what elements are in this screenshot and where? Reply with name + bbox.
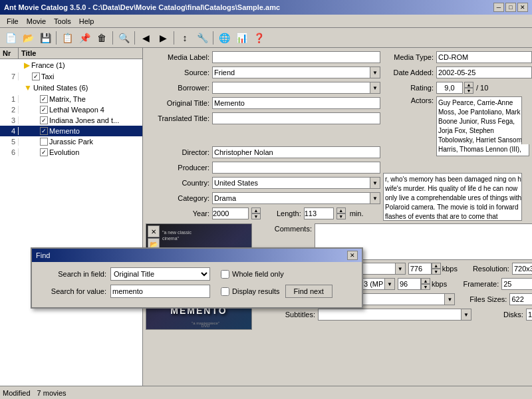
disks-label: Disks: (477, 311, 523, 319)
list-item[interactable]: ▼ United States (6) (0, 82, 142, 94)
framerate-input[interactable] (501, 278, 532, 290)
year-down[interactable]: ▼ (251, 213, 261, 219)
disks-input[interactable] (526, 309, 532, 321)
new-button[interactable]: 📄 (3, 30, 19, 46)
source-dropdown[interactable]: ▼ (370, 66, 380, 78)
length-input[interactable] (304, 207, 334, 219)
window-title: Ant Movie Catalog 3.5.0 - C:\Data\Dev\Mo… (4, 3, 280, 11)
paste-button[interactable]: 📌 (76, 30, 92, 46)
list-item[interactable]: ▶ France (1) (0, 59, 142, 71)
list-item[interactable]: 1 ✓ Matrix, The (0, 94, 142, 104)
menu-help[interactable]: Help (75, 16, 98, 27)
checkbox-icon: ✓ (32, 72, 40, 80)
resolution-input[interactable] (512, 263, 532, 275)
whole-field-label: Whole field only (232, 270, 284, 278)
audio-kbps-input[interactable] (398, 278, 421, 290)
translated-title-label: Translated Title: (146, 114, 212, 122)
find-body: Search in field: Original Title Title Di… (32, 262, 362, 307)
actors-scrollbar[interactable] (521, 96, 529, 144)
find-close-btn[interactable]: ✕ (347, 251, 358, 260)
minimize-button[interactable]: ─ (493, 3, 504, 12)
audio-format-dropdown[interactable]: ▼ (384, 278, 395, 290)
menu-file[interactable]: File (3, 16, 23, 27)
rating-up[interactable]: ▲ (464, 82, 473, 88)
date-added-input[interactable] (436, 66, 531, 78)
audio-kbps-label: kbps (432, 280, 447, 288)
menu-movie[interactable]: Movie (23, 16, 50, 27)
borrower-dropdown[interactable]: ▼ (370, 82, 380, 94)
list-item[interactable]: 6 ✓ Evolution (0, 147, 142, 158)
original-title-input[interactable] (212, 97, 380, 109)
category-input[interactable] (212, 192, 370, 204)
menu-tools[interactable]: Tools (50, 16, 75, 27)
description-box: r, who's memory has been damaged ning on… (383, 173, 529, 221)
img-clear-btn[interactable]: ✕ (148, 225, 160, 237)
original-title-row: Original Title: (146, 96, 380, 110)
window-controls: ─ □ ✕ (493, 3, 528, 12)
open-button[interactable]: 📂 (20, 30, 36, 46)
video-format-dropdown[interactable]: ▼ (395, 263, 406, 275)
borrower-input[interactable] (212, 82, 370, 94)
list-item[interactable]: 2 ✓ Lethal Weapon 4 (0, 104, 142, 115)
sort-button[interactable]: ↕ (177, 30, 193, 46)
find-field-label: Search in field: (37, 270, 110, 278)
list-item[interactable]: 4 ✓ Memento (0, 126, 142, 136)
audio-kbps-up[interactable]: ▲ (421, 278, 430, 284)
subtitles-dropdown[interactable]: ▼ (461, 309, 471, 321)
find-next-button[interactable]: Find next (285, 285, 332, 298)
list-item[interactable]: 3 ✓ Indiana Jones and t... (0, 115, 142, 126)
whole-field-checkbox[interactable] (221, 270, 229, 279)
tree-item-label: Evolution (49, 148, 79, 156)
display-results-checkbox[interactable] (221, 287, 229, 296)
kbps-down[interactable]: ▼ (432, 269, 441, 275)
list-item[interactable]: 7 ✓ Taxi (0, 71, 142, 82)
rating-down[interactable]: ▼ (464, 88, 473, 94)
length-down[interactable]: ▼ (336, 213, 346, 219)
year-up[interactable]: ▲ (251, 207, 261, 213)
year-input[interactable] (212, 207, 249, 219)
length-up[interactable]: ▲ (336, 207, 346, 213)
find-button[interactable]: 🔍 (116, 30, 132, 46)
country-row: Country: ▼ (146, 176, 380, 190)
borrower-row: Borrower: ▼ (146, 81, 380, 94)
rating-input[interactable] (436, 82, 463, 94)
close-button[interactable]: ✕ (517, 3, 528, 12)
help-button[interactable]: ❓ (251, 30, 267, 46)
video-kbps-input[interactable] (408, 263, 432, 275)
country-input[interactable] (212, 177, 370, 189)
delete-button[interactable]: 🗑 (94, 30, 110, 46)
find-value-input[interactable] (110, 285, 210, 298)
producer-input[interactable] (212, 162, 380, 174)
subtitles-input[interactable] (318, 309, 461, 321)
save-button[interactable]: 💾 (37, 30, 53, 46)
director-input[interactable] (212, 146, 380, 158)
web-button[interactable]: 🌐 (216, 30, 232, 46)
folder-icon: ▼ (24, 83, 32, 92)
audio-kbps-down[interactable]: ▼ (421, 284, 430, 290)
file-sizes-input[interactable] (509, 293, 532, 305)
languages-dropdown[interactable]: ▼ (444, 293, 455, 305)
translated-title-input[interactable] (212, 112, 380, 124)
find-field-select[interactable]: Original Title Title Director Country Ca… (110, 267, 210, 281)
kbps-up[interactable]: ▲ (432, 263, 441, 269)
list-item[interactable]: 5 Jurassic Park (0, 136, 142, 147)
desc-scrollbar[interactable] (521, 173, 529, 221)
checkbox-icon: ✓ (40, 148, 48, 156)
toolbar-sep-2 (112, 31, 113, 45)
prev-button[interactable]: ◀ (138, 30, 154, 46)
category-dropdown[interactable]: ▼ (370, 192, 380, 204)
media-label-input[interactable] (212, 51, 380, 63)
media-type-input[interactable] (436, 51, 531, 63)
source-input[interactable] (212, 66, 370, 78)
statusbar: Modified 7 movies (0, 386, 532, 399)
maximize-button[interactable]: □ (505, 3, 516, 12)
actors-label: Actors: (383, 96, 436, 144)
find-value-label: Search for value: (37, 287, 110, 295)
copy-button[interactable]: 📋 (59, 30, 75, 46)
stats-button[interactable]: 📊 (233, 30, 249, 46)
media-label-text: Media Label: (146, 53, 212, 61)
next-button[interactable]: ▶ (155, 30, 171, 46)
filter-button[interactable]: 🔧 (194, 30, 210, 46)
date-added-label: Date Added: (383, 68, 436, 76)
country-dropdown[interactable]: ▼ (370, 177, 380, 189)
